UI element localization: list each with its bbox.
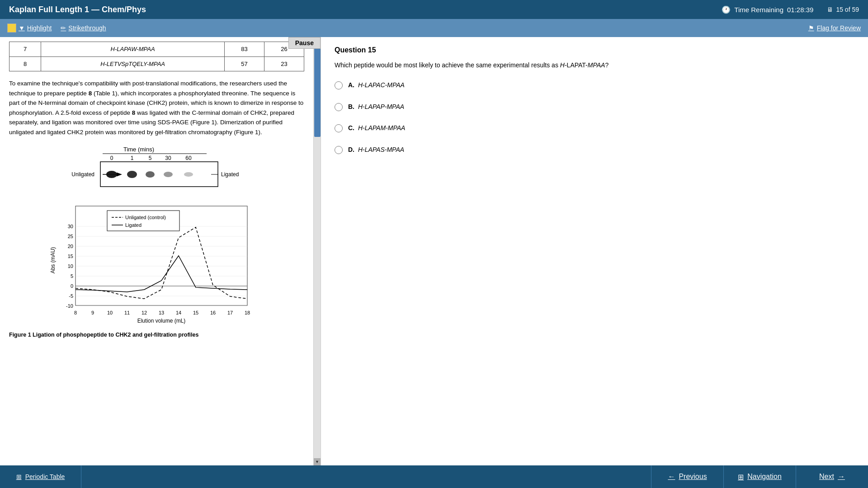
passage-panel: Pause 7 H-LAPAW-MPAA 83 26 8 H-LET: [0, 37, 321, 465]
navigation-button[interactable]: ⊞ Navigation: [723, 465, 796, 488]
highlight-button[interactable]: ▼ Highlight: [7, 23, 52, 33]
svg-text:10: 10: [67, 263, 73, 269]
svg-text:9: 9: [91, 310, 94, 315]
footer: ⊞ Periodic Table ← Previous ⊞ Navigation…: [0, 465, 868, 488]
passage-content: 7 H-LAPAW-MPAA 83 26 8 H-LETVSpTQELY-MPA…: [0, 37, 313, 465]
svg-text:10: 10: [107, 310, 112, 315]
timer-display: 🕐 Time Remaining 01:28:39: [722, 5, 813, 14]
navigation-label: Navigation: [747, 473, 782, 481]
label-c: C. H-LAPAM-MPAA: [348, 124, 405, 133]
passage-scrollbar[interactable]: ▲ ▼: [313, 37, 321, 465]
main-area: Pause 7 H-LAPAW-MPAA 83 26 8 H-LET: [0, 37, 868, 465]
answer-option-b[interactable]: B. H-LAPAP-MPAA: [335, 103, 854, 112]
svg-text:30: 30: [67, 224, 73, 229]
next-label: Next: [819, 473, 834, 481]
previous-button[interactable]: ← Previous: [651, 465, 723, 488]
svg-text:30: 30: [165, 155, 171, 161]
svg-text:14: 14: [175, 310, 181, 315]
passage-body-text: To examine the technique's compatibility…: [9, 79, 304, 137]
highlight-color-swatch: [7, 23, 16, 33]
exam-title: Kaplan Full Length 1 — Chem/Phys: [9, 5, 146, 14]
scroll-thumb[interactable]: [314, 47, 321, 137]
strikethrough-label: Strikethrough: [68, 24, 106, 32]
table-row: 7 H-LAPAW-MPAA 83 26: [9, 42, 304, 57]
question-count-value: 15 of 59: [836, 6, 859, 13]
figure-caption: Figure 1 Ligation of phosphopeptide to C…: [9, 331, 304, 339]
svg-text:5: 5: [148, 155, 151, 161]
scroll-down-arrow[interactable]: ▼: [314, 458, 321, 465]
answer-option-a[interactable]: A. H-LAPAC-MPAA: [335, 81, 854, 90]
svg-text:Elution volume (mL): Elution volume (mL): [137, 318, 185, 324]
svg-point-11: [146, 171, 155, 178]
flag-label: Flag for Review: [817, 24, 861, 32]
svg-text:25: 25: [67, 234, 73, 239]
gel-svg: Time (mins) 0 1 5 30 60: [66, 145, 247, 194]
question-text: Which peptide would be most likely to ac…: [335, 61, 854, 70]
svg-text:Ligated: Ligated: [221, 171, 239, 178]
table-cell-entry: 8: [9, 56, 41, 71]
next-button[interactable]: Next →: [796, 465, 868, 488]
svg-point-13: [184, 172, 193, 177]
svg-text:17: 17: [227, 310, 232, 315]
svg-text:18: 18: [244, 310, 250, 315]
grid-icon: ⊞: [738, 473, 744, 481]
svg-text:0: 0: [70, 283, 73, 289]
table-cell-entry: 7: [9, 42, 41, 57]
toolbar: ▼ Highlight ✏ Strikethrough ⚑ Flag for R…: [0, 19, 868, 37]
periodic-table-button[interactable]: ⊞ Periodic Table: [0, 465, 81, 488]
figure-1-container: Time (mins) 0 1 5 30 60: [9, 145, 304, 339]
strikethrough-button[interactable]: ✏ Strikethrough: [61, 24, 106, 32]
answer-option-c[interactable]: C. H-LAPAM-MPAA: [335, 124, 854, 133]
table-cell-peptide: H-LAPAW-MPAA: [41, 42, 224, 57]
passage-scroll-area: 7 H-LAPAW-MPAA 83 26 8 H-LETVSpTQELY-MPA…: [0, 37, 321, 465]
question-title: Question 15: [335, 46, 854, 54]
question-counter: 🖥 15 of 59: [827, 6, 859, 13]
pencil-icon: ✏: [61, 24, 66, 32]
svg-text:8: 8: [74, 310, 76, 315]
flag-review-button[interactable]: ⚑ Flag for Review: [808, 24, 861, 32]
svg-text:0: 0: [110, 155, 113, 161]
svg-text:1: 1: [130, 155, 133, 161]
table-icon: ⊞: [16, 473, 22, 480]
svg-point-9: [106, 171, 117, 178]
pause-button[interactable]: Pause: [288, 37, 321, 49]
svg-text:16: 16: [210, 310, 215, 315]
radio-a[interactable]: [335, 81, 343, 89]
tools-left: ▼ Highlight ✏ Strikethrough: [7, 23, 106, 33]
svg-text:Unligated (control): Unligated (control): [125, 215, 166, 220]
table-cell-yield1: 57: [225, 56, 264, 71]
svg-text:13: 13: [158, 310, 164, 315]
svg-text:5: 5: [70, 273, 73, 279]
answer-option-d[interactable]: D. H-LAPAS-MPAA: [335, 145, 854, 155]
table-cell-yield1: 83: [225, 42, 264, 57]
gel-electrophoresis-figure: Time (mins) 0 1 5 30 60: [9, 145, 304, 197]
timer-label: Time Remaining: [734, 6, 783, 14]
arrow-right-icon: →: [838, 473, 845, 481]
svg-point-10: [127, 171, 137, 178]
periodic-table-label: Periodic Table: [25, 473, 65, 480]
top-header: Kaplan Full Length 1 — Chem/Phys 🕐 Time …: [0, 0, 868, 19]
previous-label: Previous: [679, 473, 707, 481]
highlight-label: Highlight: [27, 24, 52, 32]
svg-text:Ligated: Ligated: [125, 222, 142, 228]
question-panel: Question 15 Which peptide would be most …: [321, 37, 868, 465]
arrow-left-icon: ←: [668, 473, 675, 481]
svg-point-12: [164, 172, 173, 177]
svg-text:20: 20: [67, 244, 73, 249]
svg-text:-5: -5: [69, 293, 73, 299]
table-row: 8 H-LETVSpTQELY-MPAA 57 23: [9, 56, 304, 71]
label-a: A. H-LAPAC-MPAA: [348, 81, 405, 90]
radio-d[interactable]: [335, 146, 343, 154]
highlight-arrow-icon: ▼: [19, 24, 25, 32]
timer-value: 01:28:39: [787, 6, 813, 14]
results-table: 7 H-LAPAW-MPAA 83 26 8 H-LETVSpTQELY-MPA…: [9, 42, 304, 71]
svg-text:15: 15: [193, 310, 198, 315]
label-b: B. H-LAPAP-MPAA: [348, 103, 404, 112]
svg-text:11: 11: [124, 310, 129, 315]
radio-b[interactable]: [335, 103, 343, 111]
svg-text:12: 12: [141, 310, 146, 315]
svg-rect-50: [107, 211, 179, 231]
label-d: D. H-LAPAS-MPAA: [348, 145, 404, 155]
gel-filtration-chart: -10 -5 0 5 10 15 20 25 30: [48, 202, 265, 328]
radio-c[interactable]: [335, 124, 343, 132]
